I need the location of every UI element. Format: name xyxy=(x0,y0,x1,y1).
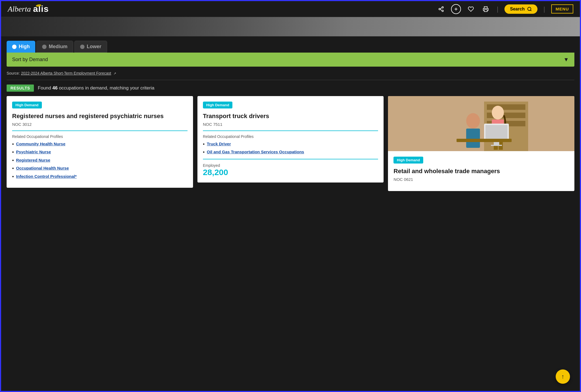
svg-point-2 xyxy=(442,10,444,11)
list-item: • Psychiatric Nurse xyxy=(12,149,188,156)
hero-image xyxy=(1,17,580,36)
scroll-top-button[interactable]: ↑ xyxy=(556,369,570,384)
card-2-employed-value: 28,200 xyxy=(203,168,378,177)
tab-medium[interactable]: Medium xyxy=(36,41,73,53)
source-line: Source: 2022-2024 Alberta Short-Term Emp… xyxy=(1,67,580,78)
svg-rect-20 xyxy=(466,129,480,148)
tab-lower-circle xyxy=(80,45,85,49)
scroll-top-icon: ↑ xyxy=(561,373,564,380)
external-link-icon: ↗ xyxy=(113,72,116,75)
header: Alberta alis | Search xyxy=(1,1,580,17)
svg-rect-22 xyxy=(485,125,507,140)
card-3-title: Retail and wholesale trade managers xyxy=(393,167,569,175)
tab-high-circle xyxy=(12,45,17,49)
profile-link-occupational-health-nurse[interactable]: Occupational Health Nurse xyxy=(16,166,69,170)
card-2-divider2 xyxy=(203,159,378,159)
tab-high-label: High xyxy=(19,44,30,50)
bullet-icon: • xyxy=(12,149,14,156)
bullet-icon: • xyxy=(12,141,14,148)
header-icons: | Search | MENU xyxy=(436,4,573,14)
card-1-title: Registered nurses and registered psychia… xyxy=(12,112,188,120)
favorite-icon[interactable] xyxy=(466,4,476,14)
card-1-related-title: Related Occupational Profiles xyxy=(12,134,188,139)
svg-line-3 xyxy=(440,9,442,10)
list-item: • Registered Nurse xyxy=(12,158,188,164)
card-3-noc: NOC 0621 xyxy=(393,177,569,182)
results-text: Found 46 occupations in demand, matching… xyxy=(38,85,154,91)
card-1-divider xyxy=(12,130,188,131)
card-1-body: High Demand Registered nurses and regist… xyxy=(7,96,193,188)
card-retail-managers: High Demand Retail and wholesale trade m… xyxy=(388,96,574,191)
bullet-icon: • xyxy=(12,158,14,164)
card-2-related-title: Related Occupational Profiles xyxy=(203,134,378,139)
card-1-profile-list: • Community Health Nurse • Psychiatric N… xyxy=(12,141,188,180)
results-count: 46 xyxy=(52,85,58,91)
card-2-profile-list: • Truck Driver • Oil and Gas Transportat… xyxy=(203,141,378,156)
card-2-employed-label: Employed xyxy=(203,163,378,168)
results-suffix: occupations in demand, matching your cri… xyxy=(58,85,154,91)
svg-rect-24 xyxy=(491,145,502,146)
bullet-icon: • xyxy=(203,141,205,148)
card-registered-nurses: High Demand Registered nurses and regist… xyxy=(7,96,193,188)
tab-lower-label: Lower xyxy=(87,44,101,50)
card-2-demand-badge: High Demand xyxy=(203,102,233,108)
section-divider xyxy=(7,80,574,80)
tab-medium-circle xyxy=(42,45,47,49)
profile-link-truck-driver[interactable]: Truck Driver xyxy=(207,141,231,146)
share-icon[interactable] xyxy=(436,4,446,14)
list-item: • Occupational Health Nurse xyxy=(12,166,188,172)
profile-link-community-health-nurse[interactable]: Community Health Nurse xyxy=(16,141,65,146)
tab-lower[interactable]: Lower xyxy=(74,41,107,53)
header-divider2: | xyxy=(544,5,545,13)
svg-point-0 xyxy=(442,6,444,8)
profile-link-oil-gas[interactable]: Oil and Gas Transportation Services Occu… xyxy=(207,149,304,154)
bullet-icon: • xyxy=(203,149,205,156)
print-icon[interactable] xyxy=(481,4,491,14)
add-icon[interactable] xyxy=(451,4,461,14)
list-item: • Oil and Gas Transportation Services Oc… xyxy=(203,149,378,156)
logo: Alberta alis xyxy=(8,4,49,14)
list-item: • Community Health Nurse xyxy=(12,141,188,148)
svg-point-15 xyxy=(492,106,504,119)
card-3-demand-badge: High Demand xyxy=(393,157,423,164)
source-link[interactable]: 2022-2024 Alberta Short-Term Employment … xyxy=(21,71,111,75)
profile-link-psychiatric-nurse[interactable]: Psychiatric Nurse xyxy=(16,149,51,154)
svg-point-1 xyxy=(439,8,441,10)
card-truck-drivers: High Demand Transport truck drivers NOC … xyxy=(197,96,384,183)
profile-link-registered-nurse[interactable]: Registered Nurse xyxy=(16,158,50,162)
bullet-icon: • xyxy=(12,166,14,172)
svg-line-4 xyxy=(440,7,442,9)
card-1-noc: NOC 3012 xyxy=(12,122,188,127)
card-3-image xyxy=(388,96,574,151)
list-item: • Truck Driver xyxy=(203,141,378,148)
svg-line-9 xyxy=(530,10,531,11)
profile-link-infection-control[interactable]: Infection Control Professional* xyxy=(16,174,77,179)
svg-point-8 xyxy=(528,7,531,10)
tab-high[interactable]: High xyxy=(7,41,35,53)
card-2-title: Transport truck drivers xyxy=(203,112,378,120)
results-bar: RESULTS Found 46 occupations in demand, … xyxy=(1,85,580,96)
cards-container: High Demand Registered nurses and regist… xyxy=(1,96,580,197)
sort-bar[interactable]: Sort by Demand ▼ xyxy=(7,53,574,67)
alis-logo-text: alis xyxy=(33,4,49,14)
demand-filter-tabs: High Medium Lower xyxy=(1,36,580,53)
svg-rect-25 xyxy=(457,139,512,142)
results-badge: RESULTS xyxy=(7,85,34,92)
sort-dropdown-icon: ▼ xyxy=(563,56,569,63)
source-prefix: Source: xyxy=(7,71,21,75)
card-1-demand-badge: High Demand xyxy=(12,102,42,108)
header-divider: | xyxy=(497,5,498,13)
card-2-body: High Demand Transport truck drivers NOC … xyxy=(197,96,384,183)
bullet-icon: • xyxy=(12,174,14,180)
search-button[interactable]: Search xyxy=(504,4,537,14)
svg-rect-7 xyxy=(484,9,487,11)
sort-bar-label: Sort by Demand xyxy=(12,57,48,62)
search-label: Search xyxy=(510,7,525,12)
card-2-divider xyxy=(203,130,378,131)
menu-button[interactable]: MENU xyxy=(551,4,573,13)
svg-point-19 xyxy=(466,113,480,129)
svg-rect-12 xyxy=(487,104,525,110)
list-item: • Infection Control Professional* xyxy=(12,174,188,180)
alberta-logo-text: Alberta xyxy=(8,5,31,13)
tab-medium-label: Medium xyxy=(49,44,67,50)
